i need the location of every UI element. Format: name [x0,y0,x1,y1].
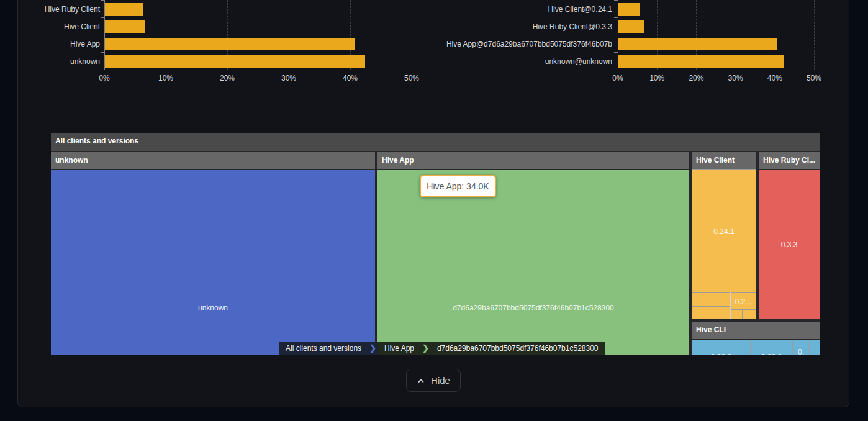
treemap-cell-label: 0.24.1 [692,227,756,236]
treemap-cell-hive-cli-v0230-a[interactable]: 0.23.0 [692,340,750,355]
treemap-cell-hive-client-v02[interactable]: 0.2... [731,293,756,309]
hide-button[interactable]: Hide [406,369,461,392]
bar[interactable] [105,3,143,16]
bar[interactable] [618,3,640,16]
axis-tick-mark [614,35,618,35]
hide-button-label: Hide [431,375,450,386]
x-axis-tick-label: 20% [689,74,703,83]
treemap-breadcrumb: All clients and versions ❯ Hive App ❯ d7… [279,342,605,355]
bar-category-label: Hive App@d7d6a29ba6707bbd5075df376f46b07… [446,40,612,48]
bar[interactable] [105,55,365,68]
treemap-section-header-unknown-header: unknown [51,152,375,169]
treemap-cell-unknown-cell[interactable]: unknown [51,170,375,355]
breadcrumb-item-root[interactable]: All clients and versions [279,342,368,355]
treemap-section-header-all-clients-header: All clients and versions [51,133,820,151]
treemap-cell-hive-client-v0241[interactable]: 0.24.1 [692,170,756,292]
grid-line [412,0,412,70]
x-axis-tick-label: 30% [728,74,743,83]
breadcrumb-item-hive-app[interactable]: Hive App [378,342,420,355]
treemap-cell-label: 0.23.0 [751,353,792,355]
grid-line [814,0,815,70]
bar-category-label: unknown [70,57,100,66]
axis-tick-mark [101,52,104,53]
treemap-tooltip: Hive App: 34.0K [420,175,496,197]
axis-tick-mark [101,35,104,35]
treemap-cell-hive-cli-cell-d[interactable] [810,340,820,355]
bar-category-label: Hive App [70,40,100,48]
treemap-cell-hive-cli-v0-c[interactable]: 0. [793,340,809,355]
x-axis-tick-label: 20% [220,74,235,83]
bar[interactable] [618,55,784,68]
treemap-section-header-hive-ruby-client-header: Hive Ruby Cl... [759,152,820,169]
x-axis-tick-label: 50% [807,74,821,83]
chevron-right-icon: ❯ [420,342,431,355]
bar-category-label: Hive Client [64,22,100,31]
bar[interactable] [105,20,145,33]
tooltip-text: Hive App: 34.0K [427,181,489,191]
treemap-cell-label: d7d6a29ba6707bbd5075df376f46b07b1c528300 [377,304,689,312]
axis-tick-mark [614,17,618,18]
axis-tick-mark [614,52,618,53]
bar-category-label: unknown@unknown [545,57,612,66]
treemap-cell-label: 0. [793,348,809,355]
axis-tick-mark [614,70,618,70]
x-axis-tick-label: 30% [281,74,296,83]
treemap-section-header-hive-client-header: Hive Client [692,152,756,169]
treemap-cell-hive-client-cell-c[interactable] [731,310,742,319]
x-axis-tick-label: 10% [158,74,173,83]
treemap-cell-hive-client-cell-b[interactable] [692,307,730,319]
x-axis-tick-label: 50% [404,74,419,83]
treemap-cell-hive-client-cell-a[interactable] [692,293,730,306]
treemap-cell-label: 0.23.0 [692,353,750,355]
treemap-cell-hive-ruby-client-v033[interactable]: 0.3.3 [759,170,820,319]
axis-tick-mark [101,17,104,18]
x-axis-tick-label: 0% [612,74,623,83]
axis-tick-mark [101,0,104,1]
x-axis-tick-label: 0% [99,74,109,83]
breadcrumb-item-version[interactable]: d7d6a29ba6707bbd5075df376f46b07b1c528300 [431,342,605,355]
axis-tick-mark [614,0,618,1]
treemap-section-header-hive-app-header: Hive App [377,152,689,169]
x-axis-tick-label: 40% [343,74,358,83]
treemap-chart: All clients and versionsunknownunknownHi… [51,133,820,355]
bar-category-label: Hive Ruby Client [45,5,100,14]
bar-category-label: Hive Ruby Client@0.3.3 [533,22,612,31]
treemap-cell-label: unknown [51,304,375,312]
x-axis-tick-label: 40% [767,74,782,83]
bar[interactable] [105,38,355,50]
treemap-section-header-hive-cli-header: Hive CLI [692,322,820,339]
bar[interactable] [618,38,777,50]
treemap-cell-label: 0.2... [731,297,756,306]
chevron-right-icon: ❯ [368,342,378,355]
axis-tick-mark [101,70,104,70]
x-axis-tick-label: 10% [649,74,664,83]
chevron-up-icon [417,376,425,385]
bar[interactable] [618,20,644,33]
dashboard: 0%10%20%30%40%50%Hive Ruby ClientHive Cl… [0,0,868,421]
bar-category-label: Hive Client@0.24.1 [548,5,612,14]
treemap-cell-hive-client-cell-d[interactable] [743,310,756,319]
treemap-cell-hive-cli-v0230-b[interactable]: 0.23.0 [751,340,792,355]
treemap-cell-label: 0.3.3 [759,240,820,249]
